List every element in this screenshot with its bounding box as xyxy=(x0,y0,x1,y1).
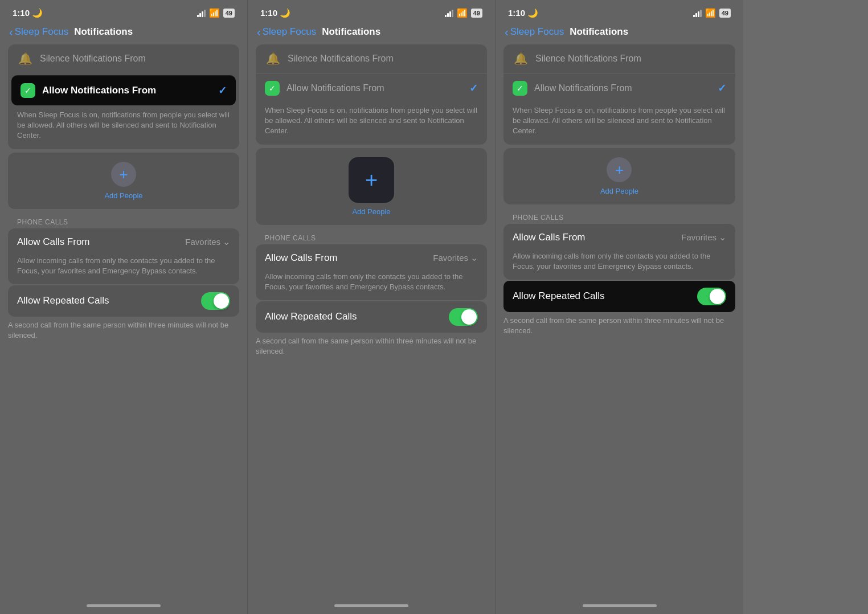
back-button[interactable]: ‹ Sleep Focus xyxy=(257,26,316,38)
nav-bar: ‹ Sleep Focus Notifications xyxy=(0,22,247,44)
allow-repeated-calls-label: Allow Repeated Calls xyxy=(17,295,201,306)
allow-notifications-row[interactable]: ✓ Allow Notifications From ✓ xyxy=(503,73,735,103)
battery-level: 49 xyxy=(473,10,480,17)
phone-panel-2: 1:10 🌙 📶 49 ‹ Sleep Focus Notifica xyxy=(248,0,496,614)
silence-notifications-row[interactable]: 🔔 Silence Notifications From xyxy=(256,44,487,73)
moon-icon: 🌙 xyxy=(527,8,538,18)
allow-repeated-calls-row[interactable]: Allow Repeated Calls xyxy=(8,285,239,317)
home-indicator xyxy=(87,604,161,607)
add-people-circle[interactable]: + xyxy=(349,157,394,203)
add-people-label: Add People xyxy=(104,191,142,200)
add-people-label: Add People xyxy=(600,187,638,195)
add-people-circle[interactable]: + xyxy=(607,157,632,182)
home-indicator xyxy=(583,604,657,607)
status-time: 1:10 🌙 xyxy=(13,8,43,18)
chevron-right-icon: ⌄ xyxy=(470,252,478,263)
allow-notifications-row[interactable]: ✓ Allow Notifications From ✓ xyxy=(11,75,236,105)
back-label[interactable]: Sleep Focus xyxy=(510,26,564,38)
back-button[interactable]: ‹ Sleep Focus xyxy=(505,26,564,38)
allow-notifications-label: Allow Notifications From xyxy=(42,85,211,96)
silence-notifications-row[interactable]: 🔔 Silence Notifications From xyxy=(503,44,735,73)
status-time: 1:10 🌙 xyxy=(260,8,290,18)
back-label[interactable]: Sleep Focus xyxy=(15,26,69,38)
notifications-description: When Sleep Focus is on, notifications fr… xyxy=(8,108,239,149)
green-shield-icon: ✓ xyxy=(513,81,527,96)
calls-description: Allow incoming calls from only the conta… xyxy=(256,272,487,300)
notifications-description: When Sleep Focus is on, notifications fr… xyxy=(256,103,487,145)
status-bar: 1:10 🌙 📶 49 xyxy=(248,0,495,22)
allow-repeated-calls-toggle[interactable] xyxy=(449,308,478,326)
bell-muted-icon: 🔔 xyxy=(17,52,33,66)
battery-icon: 49 xyxy=(719,9,731,18)
allow-checkmark-icon: ✓ xyxy=(469,82,478,95)
allow-calls-value: Favorites ⌄ xyxy=(185,236,230,247)
add-people-card[interactable]: + Add People xyxy=(503,148,735,204)
notifications-description: When Sleep Focus is on, notifications fr… xyxy=(503,103,735,145)
allow-notifications-label: Allow Notifications From xyxy=(534,83,711,93)
moon-icon: 🌙 xyxy=(32,8,43,18)
calls-description: Allow incoming calls from only the conta… xyxy=(8,256,239,284)
silence-notifications-label: Silence Notifications From xyxy=(288,54,478,64)
allow-calls-value: Favorites ⌄ xyxy=(433,252,478,263)
add-people-button[interactable]: + Add People xyxy=(104,162,142,200)
nav-title: Notifications xyxy=(74,26,133,38)
toggle-thumb xyxy=(461,309,477,325)
notification-options-card: 🔔 Silence Notifications From ✓ Allow Not… xyxy=(256,44,487,145)
signal-bars-icon xyxy=(197,9,206,17)
content-area: 🔔 Silence Notifications From ✓ Allow Not… xyxy=(0,44,247,600)
allow-notifications-row[interactable]: ✓ Allow Notifications From ✓ xyxy=(256,73,487,103)
bell-muted-icon: 🔔 xyxy=(265,52,281,66)
status-bar: 1:10 🌙 📶 49 xyxy=(0,0,247,22)
status-time: 1:10 🌙 xyxy=(508,8,538,18)
allow-repeated-calls-toggle[interactable] xyxy=(201,292,230,310)
back-button[interactable]: ‹ Sleep Focus xyxy=(9,26,68,38)
status-icons: 📶 49 xyxy=(197,8,235,18)
allow-checkmark-icon: ✓ xyxy=(718,82,726,95)
shield-check-icon: ✓ xyxy=(517,84,523,93)
status-icons: 📶 49 xyxy=(693,8,731,18)
allow-repeated-calls-label: Allow Repeated Calls xyxy=(513,290,697,302)
content-area: 🔔 Silence Notifications From ✓ Allow Not… xyxy=(496,44,743,600)
add-people-card[interactable]: + Add People xyxy=(256,148,487,225)
notification-options-card: 🔔 Silence Notifications From ✓ Allow Not… xyxy=(8,44,239,149)
nav-title: Notifications xyxy=(322,26,380,38)
back-label[interactable]: Sleep Focus xyxy=(263,26,317,38)
moon-icon: 🌙 xyxy=(280,8,290,18)
battery-icon: 49 xyxy=(223,9,235,18)
nav-title: Notifications xyxy=(570,26,628,38)
add-people-card[interactable]: + Add People xyxy=(8,153,239,209)
back-chevron-icon: ‹ xyxy=(505,26,509,38)
allow-repeated-calls-row[interactable]: Allow Repeated Calls xyxy=(503,281,735,312)
wifi-icon: 📶 xyxy=(705,8,716,18)
silence-notifications-label: Silence Notifications From xyxy=(40,54,230,64)
allow-repeated-calls-toggle[interactable] xyxy=(697,288,726,305)
allow-calls-row[interactable]: Allow Calls From Favorites ⌄ xyxy=(503,224,735,251)
silence-notifications-row[interactable]: 🔔 Silence Notifications From xyxy=(8,44,239,73)
allow-calls-row[interactable]: Allow Calls From Favorites ⌄ xyxy=(8,228,239,256)
repeated-calls-description: A second call from the same person withi… xyxy=(256,334,487,361)
chevron-right-icon: ⌄ xyxy=(719,232,726,243)
phone-calls-header: PHONE CALLS xyxy=(503,208,735,224)
signal-bars-icon xyxy=(445,9,453,17)
back-chevron-icon: ‹ xyxy=(9,26,13,38)
add-people-button[interactable]: + Add People xyxy=(600,157,638,195)
toggle-thumb xyxy=(710,289,725,304)
allow-calls-label: Allow Calls From xyxy=(265,252,426,264)
repeated-calls-description: A second call from the same person withi… xyxy=(8,318,239,345)
battery-level: 49 xyxy=(722,10,728,17)
shield-check-icon: ✓ xyxy=(24,86,31,95)
green-shield-icon: ✓ xyxy=(265,81,280,96)
calls-card: Allow Calls From Favorites ⌄ Allow incom… xyxy=(256,244,487,300)
add-people-button[interactable]: + Add People xyxy=(349,157,394,216)
add-people-label: Add People xyxy=(352,207,390,216)
allow-calls-label: Allow Calls From xyxy=(17,236,178,248)
add-people-circle[interactable]: + xyxy=(111,162,136,187)
allow-repeated-calls-row[interactable]: Allow Repeated Calls xyxy=(256,301,487,333)
battery-level: 49 xyxy=(226,10,232,17)
allow-calls-row[interactable]: Allow Calls From Favorites ⌄ xyxy=(256,244,487,272)
silence-notifications-label: Silence Notifications From xyxy=(535,54,726,64)
wifi-icon: 📶 xyxy=(457,8,468,18)
allow-checkmark-icon: ✓ xyxy=(218,84,227,97)
allow-calls-value: Favorites ⌄ xyxy=(681,232,726,243)
notification-options-card: 🔔 Silence Notifications From ✓ Allow Not… xyxy=(503,44,735,145)
